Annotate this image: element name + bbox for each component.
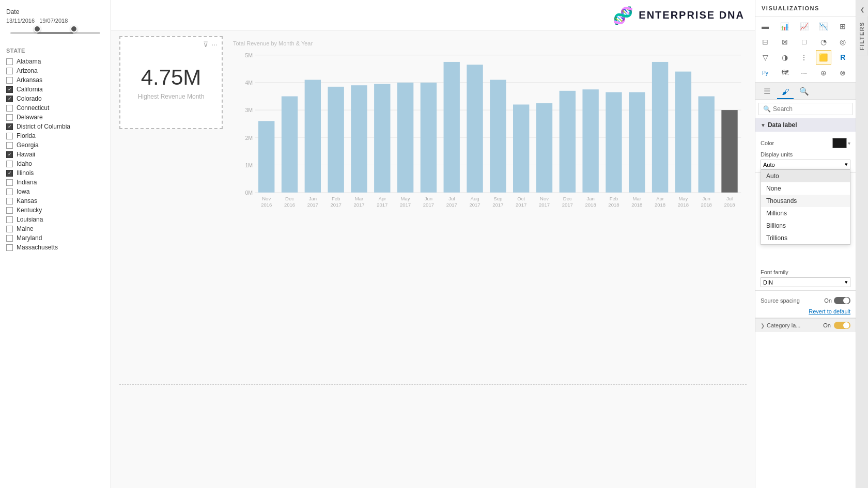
category-toggle[interactable] — [834, 322, 850, 329]
tab-analytics[interactable]: 🔍 — [796, 85, 812, 99]
state-item[interactable]: Florida — [6, 132, 104, 139]
tab-fields[interactable]: ☰ — [758, 85, 775, 99]
bar-rect[interactable] — [721, 110, 737, 193]
bar-rect[interactable] — [397, 83, 413, 193]
state-item[interactable]: Indiana — [6, 179, 104, 186]
search-input[interactable] — [773, 105, 848, 113]
state-item[interactable]: Maryland — [6, 234, 104, 242]
bar-rect[interactable] — [536, 103, 552, 193]
viz-icon-extra2[interactable]: ⊗ — [835, 66, 850, 80]
state-checkbox[interactable] — [6, 235, 13, 242]
bar-rect[interactable] — [421, 83, 437, 193]
viz-icon-table[interactable]: ⊞ — [835, 19, 850, 34]
viz-icon-donut[interactable]: ◎ — [835, 35, 850, 49]
bar-rect[interactable] — [282, 96, 298, 192]
state-item[interactable]: Colorado — [6, 95, 104, 102]
state-checkbox[interactable] — [6, 96, 13, 102]
state-checkbox[interactable] — [6, 68, 13, 74]
revert-link[interactable]: Revert to default — [761, 308, 850, 314]
state-checkbox[interactable] — [6, 179, 13, 186]
date-slider[interactable] — [6, 28, 104, 38]
bar-rect[interactable] — [328, 87, 344, 193]
state-checkbox[interactable] — [6, 198, 13, 204]
bar-rect[interactable] — [258, 121, 274, 192]
state-item[interactable]: Kentucky — [6, 207, 104, 214]
state-checkbox[interactable] — [6, 244, 13, 251]
state-item[interactable]: Maine — [6, 225, 104, 232]
category-left[interactable]: ❯ Category la... — [761, 322, 800, 328]
state-checkbox[interactable] — [6, 188, 13, 195]
state-item[interactable]: Iowa — [6, 188, 104, 195]
viz-icon-pie[interactable]: ◔ — [816, 35, 831, 49]
state-item[interactable]: Kansas — [6, 197, 104, 204]
state-checkbox[interactable] — [6, 216, 13, 223]
viz-icon-r[interactable]: R — [835, 50, 850, 65]
bar-rect[interactable] — [467, 65, 483, 193]
viz-icon-funnel[interactable]: ▽ — [757, 50, 773, 65]
state-checkbox[interactable] — [6, 133, 13, 139]
bar-rect[interactable] — [513, 104, 529, 192]
state-checkbox[interactable] — [6, 142, 13, 149]
option-trillions[interactable]: Trillions — [761, 232, 850, 244]
state-checkbox[interactable] — [6, 226, 13, 232]
viz-icon-py[interactable]: Py — [757, 66, 773, 80]
slider-thumb-right[interactable] — [70, 25, 78, 33]
bar-rect[interactable] — [560, 91, 576, 193]
state-item[interactable]: Louisiana — [6, 216, 104, 223]
state-checkbox[interactable] — [6, 151, 13, 158]
tab-format[interactable]: 🖌 — [777, 85, 794, 99]
state-checkbox[interactable] — [6, 170, 13, 177]
font-family-select[interactable]: DIN ▾ — [761, 277, 850, 287]
state-item[interactable]: Connecticut — [6, 104, 104, 112]
viz-icon-extra1[interactable]: ⊕ — [816, 66, 831, 80]
more-icon[interactable]: ··· — [211, 40, 218, 49]
state-item[interactable]: Arkansas — [6, 76, 104, 84]
color-swatch[interactable] — [832, 138, 847, 148]
state-checkbox[interactable] — [6, 58, 13, 65]
viz-icon-scatter[interactable]: ⋮ — [796, 50, 812, 65]
option-auto[interactable]: Auto — [761, 170, 850, 182]
data-label-header[interactable]: ▼ Data label — [755, 118, 856, 132]
option-none[interactable]: None — [761, 182, 850, 195]
state-checkbox[interactable] — [6, 105, 13, 112]
viz-icon-bar[interactable]: ▬ — [757, 19, 773, 34]
state-item[interactable]: Hawaii — [6, 151, 104, 158]
viz-icon-waterfall[interactable]: 🟨 — [816, 50, 831, 65]
state-item[interactable]: Massachusetts — [6, 244, 104, 251]
source-spacing-toggle[interactable]: On — [824, 297, 850, 304]
bar-rect[interactable] — [606, 92, 622, 193]
display-units-select[interactable]: Auto ▾ — [761, 160, 850, 169]
viz-icon-card[interactable]: □ — [796, 35, 812, 49]
state-item[interactable]: Idaho — [6, 160, 104, 167]
bar-rect[interactable] — [444, 62, 460, 193]
bar-rect[interactable] — [351, 85, 367, 193]
state-item[interactable]: Arizona — [6, 67, 104, 74]
color-dropdown-arrow[interactable]: ▾ — [848, 140, 850, 146]
collapse-button[interactable]: ❮ — [859, 2, 866, 17]
bar-rect[interactable] — [305, 80, 321, 193]
option-thousands[interactable]: Thousands — [761, 195, 850, 207]
color-control[interactable]: ▾ — [832, 138, 850, 148]
state-checkbox[interactable] — [6, 77, 13, 84]
state-item[interactable]: District of Columbia — [6, 123, 104, 130]
state-item[interactable]: California — [6, 86, 104, 93]
bar-rect[interactable] — [374, 84, 390, 193]
state-item[interactable]: Georgia — [6, 141, 104, 149]
toggle-track[interactable] — [834, 297, 850, 304]
bar-rect[interactable] — [582, 89, 598, 193]
viz-icon-map[interactable]: 🗺 — [777, 66, 793, 80]
state-item[interactable]: Alabama — [6, 58, 104, 65]
viz-icon-gauge[interactable]: ◑ — [777, 50, 793, 65]
viz-icon-bar2[interactable]: 📊 — [777, 19, 793, 34]
viz-icon-kpi[interactable]: ⊠ — [777, 35, 793, 49]
state-item[interactable]: Illinois — [6, 169, 104, 177]
viz-icon-combo[interactable]: 📉 — [816, 19, 831, 34]
viz-icon-more[interactable]: ··· — [796, 66, 812, 80]
bar-rect[interactable] — [652, 62, 668, 193]
bar-rect[interactable] — [675, 72, 691, 193]
state-checkbox[interactable] — [6, 123, 13, 130]
bar-rect[interactable] — [629, 92, 645, 193]
option-millions[interactable]: Millions — [761, 207, 850, 219]
option-billions[interactable]: Billions — [761, 219, 850, 232]
slider-thumb-left[interactable] — [34, 25, 41, 33]
